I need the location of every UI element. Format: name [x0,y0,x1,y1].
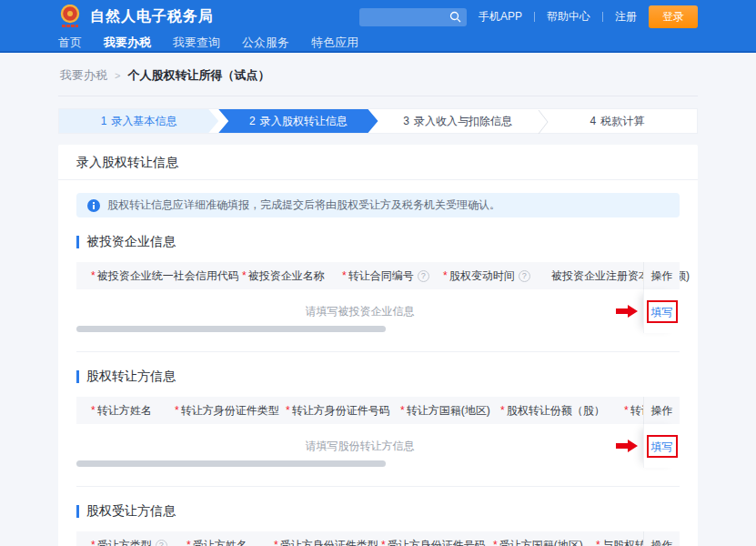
action-cell: 填写 [643,424,680,468]
notice-banner: 股权转让信息应详细准确填报，完成提交后将由股权受让方及税务机关受理确认。 [76,193,680,217]
nav-item-featured-apps[interactable]: 特色应用 [311,35,358,51]
column-header: *转让合同编号? [328,268,428,284]
column-header: *转让方身份证件号码 [271,403,386,419]
column-header: *转让方姓名 [76,403,160,419]
required-asterisk: * [175,404,179,417]
required-asterisk: * [286,404,290,417]
required-asterisk: * [400,404,405,417]
help-icon[interactable]: ? [156,540,167,546]
step-number: 4 [590,115,597,127]
column-label: 股权转让份额（股） [507,404,605,417]
column-header-action: 操作 [643,262,680,289]
nav-item-tax-handling[interactable]: 我要办税 [104,35,151,51]
column-label: 被投资企业统一社会信用代码 [97,269,239,282]
section-divider [76,486,680,487]
required-asterisk: * [500,404,505,417]
app-title: 自然人电子税务局 [90,7,214,26]
annotation-highlight-box: 填写 [647,435,678,458]
annotation-arrow-icon [616,440,638,452]
section-1: 被投资企业信息*被投资企业统一社会信用代码*被投资企业名称*转让合同编号?*股权… [58,234,698,352]
required-asterisk: * [242,269,247,282]
nav-item-home[interactable]: 首页 [58,35,82,51]
scrollbar-thumb[interactable] [76,326,386,332]
required-asterisk: * [186,539,191,546]
step-4-tax-calc[interactable]: 4 税款计算 [538,109,697,133]
horizontal-scrollbar[interactable] [76,326,680,332]
breadcrumb-current: 个人股权转让所得（试点） [127,67,269,84]
section-title: 被投资企业信息 [76,234,680,250]
step-2-transfer-info[interactable]: 2 录入股权转让信息 [218,109,378,133]
column-label: 受让方姓名 [193,539,247,546]
nav-item-query[interactable]: 我要查询 [173,35,220,51]
required-asterisk: * [274,539,278,546]
column-header-action: 操作 [643,397,680,424]
column-header: *受让方姓名 [172,538,259,546]
help-icon[interactable]: ? [519,270,530,282]
brand: 自然人电子税务局 [58,5,214,29]
scrollbar-thumb[interactable] [76,460,386,467]
section-title-text: 被投资企业信息 [86,234,176,250]
header-divider [602,12,603,22]
column-label: 受让方身份证件类型 [280,539,378,546]
help-center-link[interactable]: 帮助中心 [547,9,590,25]
table-header-row: *转让方姓名*转让方身份证件类型*转让方身份证件号码*转让方国籍(地区)*股权转… [76,397,680,424]
register-link[interactable]: 注册 [615,9,637,25]
annotation-highlight-box: 填写 [647,300,678,323]
header-top-bar: 自然人电子税务局 手机APP 帮助中心 注册 登录 [0,0,756,34]
login-button[interactable]: 登录 [649,5,698,28]
step-3-income-deduction[interactable]: 3 录入收入与扣除信息 [378,109,538,133]
column-label: 转让方身份证件类型 [181,404,279,417]
step-label: 录入基本信息 [111,114,176,129]
column-label: 股权变动时间 [449,269,515,282]
search-input[interactable] [365,11,449,24]
page-title: 录入股权转让信息 [58,145,698,180]
step-1-basic-info[interactable]: 1 录入基本信息 [59,109,218,133]
fill-in-link[interactable]: 填写 [651,440,673,453]
info-icon [87,199,100,212]
fill-in-link[interactable]: 填写 [651,306,673,318]
required-asterisk: * [624,404,629,417]
column-header: *被投资企业名称 [227,268,328,284]
section-title-bar [76,236,79,248]
column-header: *受让方身份证件号码 [367,538,479,546]
column-header: *受让方身份证件类型 [259,538,367,546]
horizontal-scrollbar[interactable] [76,460,680,467]
column-header: *被投资企业统一社会信用代码 [76,268,227,284]
search-icon[interactable] [449,11,461,23]
breadcrumb-parent[interactable]: 我要办税 [60,67,107,84]
required-asterisk: * [381,539,386,546]
column-header: *转让 [610,403,631,419]
section-divider [76,351,680,352]
step-label: 录入股权转让信息 [260,114,348,129]
column-header: *与股权转让 [581,538,631,546]
search-box[interactable] [359,8,467,26]
breadcrumb-separator: > [115,70,120,81]
section-title-bar [76,370,79,383]
section-title-bar [76,505,79,518]
column-label: 受让方国籍(地区) [499,539,583,546]
required-asterisk: * [91,539,96,546]
main-nav: 首页 我要办税 我要查询 公众服务 特色应用 [0,34,756,53]
column-header: *转让方身份证件类型 [160,403,271,419]
mobile-app-link[interactable]: 手机APP [479,9,522,25]
section-title-text: 股权受让方信息 [86,503,176,520]
required-asterisk: * [596,539,600,546]
column-header: *受让方国籍(地区) [479,538,581,546]
national-emblem-logo-icon [58,5,82,29]
column-header: 被投资企业注册资本(投资额) [537,268,631,284]
section-title-text: 股权转让方信息 [86,369,176,385]
step-number: 1 [101,115,107,127]
nav-item-public-services[interactable]: 公众服务 [242,35,289,51]
column-label: 转让方国籍(地区) [407,404,490,417]
table: *受让方类型?*受让方姓名*受让方身份证件类型*受让方身份证件号码*受让方国籍(… [76,531,680,546]
header-actions: 手机APP 帮助中心 注册 登录 [359,5,698,28]
help-icon[interactable]: ? [418,270,429,282]
section-3: 股权受让方信息*受让方类型?*受让方姓名*受让方身份证件类型*受让方身份证件号码… [58,503,698,546]
required-asterisk: * [91,269,96,282]
column-label: 受让方类型 [97,539,152,546]
required-asterisk: * [443,269,448,282]
column-header: *股权转让份额（股） [486,403,610,419]
required-asterisk: * [493,539,498,546]
section-2: 股权转让方信息*转让方姓名*转让方身份证件类型*转让方身份证件号码*转让方国籍(… [58,369,698,487]
column-header: *受让方类型? [76,538,172,546]
